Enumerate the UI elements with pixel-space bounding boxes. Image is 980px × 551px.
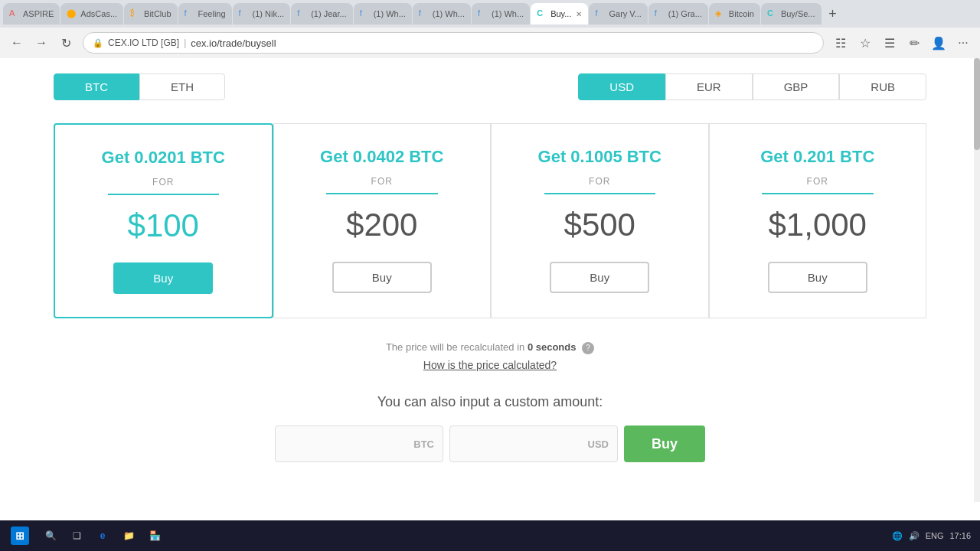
favorites-button[interactable]: ☆ [854,32,876,54]
back-button[interactable]: ← [6,32,28,54]
tab-nik[interactable]: f (1) Nik... [233,3,291,24]
recalculate-time: 0 seconds [528,341,577,353]
taskbar-store[interactable]: 🏪 [142,522,167,549]
tab-label-wh3: (1) Wh... [492,9,524,18]
info-section: The price will be recalculated in 0 seco… [54,341,926,371]
start-button[interactable]: ⊞ [3,522,37,549]
card-price-200: $200 [289,207,475,243]
fiat-tab-usd[interactable]: USD [578,73,665,100]
scrollbar[interactable] [974,58,980,502]
page-content: BTC ETH USD EUR GBP RUB Get 0.0201 BTC F… [0,58,980,478]
taskbar-ie[interactable]: e [90,522,115,549]
folder-icon: 📁 [121,528,136,543]
tab-favicon-jean: f [297,8,308,19]
buy-button-200[interactable]: Buy [332,262,432,293]
tab-favicon-wh2: f [419,8,430,19]
tab-gra[interactable]: f (1) Gra... [648,3,708,24]
taskbar-search[interactable]: 🔍 [38,522,63,549]
hub-button[interactable]: ☰ [879,32,900,54]
taskbar: ⊞ 🔍 ❑ e 📁 🏪 🌐 🔊 ENG 17:16 [0,520,980,551]
tab-favicon-bitclub: ₿ [130,8,141,19]
buy-button-500[interactable]: Buy [550,262,649,293]
new-tab-button[interactable]: + [822,3,844,24]
card-price-500: $500 [507,207,693,243]
crypto-tab-btc[interactable]: BTC [54,73,139,100]
lang-label: ENG [926,531,944,540]
buy-button-100[interactable]: Buy [113,262,213,294]
tab-favicon-aspire: A [9,8,20,19]
search-icon: 🔍 [43,528,58,543]
card-for-label-1000: FOR [725,176,911,187]
btc-suffix: BTC [413,439,434,450]
tab-favicon-wh1: f [360,8,371,19]
address-input-wrap[interactable]: 🔒 CEX.IO LTD [GB] | cex.io/trade/buysell [83,32,824,54]
tab-close-buy[interactable]: ✕ [576,10,582,18]
tab-wh1[interactable]: f (1) Wh... [354,3,412,24]
more-button[interactable]: ··· [952,32,974,54]
taskbar-taskview[interactable]: ❑ [64,522,89,549]
tab-favicon-nik: f [239,8,250,19]
fiat-tab-eur[interactable]: EUR [665,73,753,100]
fiat-tab-gbp[interactable]: GBP [753,73,840,100]
scrollbar-thumb[interactable] [974,58,980,150]
tab-label-gary: Gary V... [609,9,641,18]
custom-amount-section: You can also input a custom amount: BTC … [54,394,926,462]
address-gb-label: CEX.IO LTD [GB] [108,37,179,48]
tab-bitclub[interactable]: ₿ BitClub [124,3,177,24]
tab-label-bitcoin: Bitcoin [729,9,754,18]
currency-tabs-row: BTC ETH USD EUR GBP RUB [54,73,926,100]
volume-icon: 🔊 [909,531,920,541]
network-icon: 🌐 [892,531,903,541]
reload-button[interactable]: ↻ [55,32,77,54]
card-get-1000: Get 0.201 BTC [725,147,911,167]
address-bar: ← → ↻ 🔒 CEX.IO LTD [GB] | cex.io/trade/b… [0,28,980,58]
tab-jean[interactable]: f (1) Jear... [291,3,352,24]
tab-aspire[interactable]: A ASPIRE [3,3,60,24]
tab-wh2[interactable]: f (1) Wh... [413,3,471,24]
how-calculated-link[interactable]: How is the price calculated? [54,359,926,371]
card-divider-100 [108,194,220,195]
tab-favicon-wh3: f [478,8,488,19]
notes-button[interactable]: ✏ [903,32,925,54]
system-time: 17:16 [949,531,971,540]
tab-bar: A ASPIRE ⬤ AdsCas... ₿ BitClub f Feeling… [0,0,980,28]
tab-bitcoin[interactable]: ◈ Bitcoin [709,3,760,24]
card-for-label-500: FOR [507,176,693,187]
price-card-1000: Get 0.201 BTC FOR $1,000 Buy [709,123,927,318]
time-value: 17:16 [949,531,971,540]
card-price-1000: $1,000 [725,207,911,243]
store-icon: 🏪 [147,528,162,543]
help-icon[interactable]: ? [582,342,594,354]
ie-icon: e [95,528,110,543]
tab-wh3[interactable]: f (1) Wh... [472,3,530,24]
tab-label-adscash: AdsCas... [80,9,117,18]
card-for-label-100: FOR [70,177,256,187]
reading-view-button[interactable]: ☷ [830,32,851,54]
share-button[interactable]: 👤 [928,32,949,54]
crypto-tabs: BTC ETH [54,73,225,100]
tab-favicon-adscash: ⬤ [67,8,77,19]
address-separator: | [184,37,186,48]
tab-favicon-buysell: C [767,8,778,19]
crypto-tab-eth[interactable]: ETH [139,73,225,100]
tab-label-wh1: (1) Wh... [374,9,406,18]
tab-buy[interactable]: C Buy... ✕ [531,3,588,24]
buy-button-1000[interactable]: Buy [768,262,867,293]
tab-buysell[interactable]: C Buy/Se... [761,3,822,24]
tab-label-bitclub: BitClub [144,9,171,18]
tab-favicon-buy: C [537,8,547,19]
tab-gary[interactable]: f Gary V... [589,3,647,24]
taskview-icon: ❑ [69,528,84,543]
tab-adscash[interactable]: ⬤ AdsCas... [60,3,123,24]
custom-buy-button[interactable]: Buy [624,425,705,462]
custom-inputs-row: BTC USD Buy [54,425,926,462]
fiat-tab-rub[interactable]: RUB [839,73,926,100]
tab-feeling[interactable]: f Feeling [178,3,232,24]
recalculate-prefix: The price will be recalculated in [386,341,528,353]
recalculate-text: The price will be recalculated in 0 seco… [54,341,926,354]
price-cards-row: Get 0.0201 BTC FOR $100 Buy Get 0.0402 B… [54,123,926,318]
taskbar-tray: 🌐 🔊 ENG 17:16 [886,531,977,541]
card-get-200: Get 0.0402 BTC [289,147,475,167]
forward-button[interactable]: → [31,32,52,54]
taskbar-folder[interactable]: 📁 [116,522,141,549]
